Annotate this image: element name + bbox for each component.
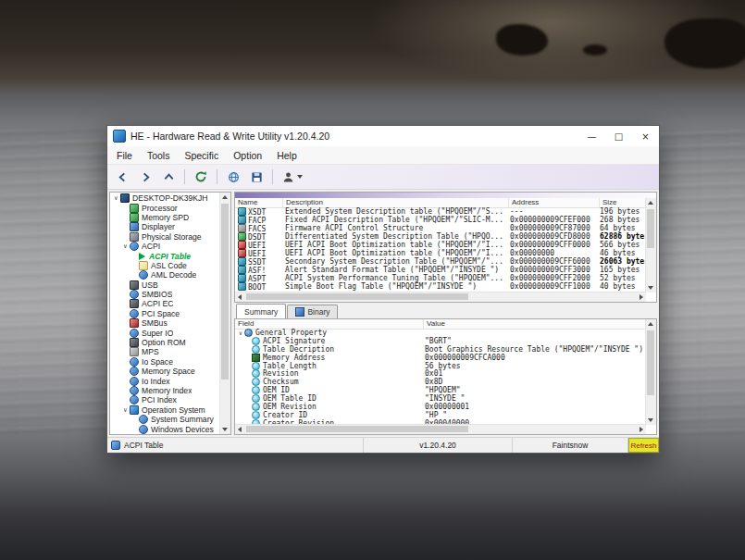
scrollbar-thumb[interactable] bbox=[647, 330, 654, 395]
column-header-field[interactable]: Field bbox=[235, 319, 424, 329]
user-menu-button[interactable] bbox=[278, 167, 307, 187]
menu-item[interactable]: Tools bbox=[140, 150, 178, 161]
tree-item[interactable]: Memory Index bbox=[110, 386, 220, 395]
tree-item[interactable]: PCI Index bbox=[110, 395, 220, 404]
tree-item[interactable]: ASL Code bbox=[110, 261, 220, 270]
detail-vertical-scrollbar[interactable] bbox=[645, 319, 656, 425]
refresh-button[interactable] bbox=[190, 167, 212, 187]
scrollbar-thumb[interactable] bbox=[647, 209, 654, 248]
detail-field-value: "BGRT" bbox=[422, 337, 646, 345]
menu-item[interactable]: Help bbox=[269, 150, 304, 161]
tree-item-icon bbox=[139, 415, 148, 424]
acpi-table-row[interactable]: ASF! Alert Standard Format Table ("HPQOE… bbox=[235, 266, 646, 274]
web-button[interactable] bbox=[222, 167, 244, 187]
scroll-down-icon[interactable] bbox=[648, 286, 653, 290]
tree-item[interactable]: Physical Storage bbox=[110, 232, 220, 242]
detail-row[interactable]: Revision 0x01 bbox=[235, 369, 646, 378]
minimize-button[interactable]: — bbox=[578, 126, 605, 146]
scroll-up-icon[interactable] bbox=[222, 195, 228, 199]
column-header-address[interactable]: Address bbox=[509, 198, 600, 207]
maximize-button[interactable]: □ bbox=[605, 126, 632, 146]
tree-item[interactable]: ∨ DESKTOP-DK39KJH bbox=[110, 193, 220, 203]
tree-item[interactable]: SMBus bbox=[110, 318, 220, 328]
detail-row[interactable]: OEM Table ID "INSYDE " bbox=[235, 394, 646, 403]
scrollbar-thumb[interactable] bbox=[221, 204, 229, 380]
tree-item-label: USB bbox=[142, 280, 158, 290]
detail-row[interactable]: Creator ID "HP " bbox=[235, 411, 646, 419]
detail-row[interactable]: ACPI Signature "BGRT" bbox=[235, 337, 646, 345]
menu-item[interactable]: File bbox=[109, 150, 140, 161]
rock-right bbox=[664, 19, 745, 68]
tree-item[interactable]: Io Space bbox=[110, 357, 220, 367]
detail-row[interactable]: OEM Revision 0x00000001 bbox=[235, 403, 646, 411]
tree-item[interactable]: AML Decode bbox=[110, 270, 220, 280]
up-button[interactable] bbox=[157, 167, 180, 187]
acpi-table-row[interactable]: SSDT Secondary System Description Table … bbox=[235, 257, 646, 266]
scroll-right-icon[interactable] bbox=[639, 294, 643, 300]
tree-item[interactable]: Option ROM bbox=[110, 338, 220, 347]
tab-summary[interactable]: Summary bbox=[236, 304, 286, 318]
tree-vertical-scrollbar[interactable] bbox=[219, 193, 230, 434]
acpi-table-vertical-scrollbar[interactable] bbox=[645, 198, 656, 292]
tab-binary[interactable]: Binary bbox=[287, 305, 338, 318]
scroll-down-icon[interactable] bbox=[222, 428, 228, 431]
tree-item[interactable]: Io Index bbox=[110, 376, 220, 385]
tree-item[interactable]: USB bbox=[110, 280, 220, 290]
detail-row[interactable]: Table Length 56 bytes bbox=[235, 362, 646, 370]
detail-row[interactable]: ∨ General Property bbox=[235, 329, 646, 337]
scroll-left-icon[interactable] bbox=[238, 427, 242, 432]
tree-item[interactable]: ACPI Table bbox=[110, 251, 220, 260]
tree-item[interactable]: ∨ Operation System bbox=[110, 405, 220, 415]
column-header-description[interactable]: Description bbox=[283, 198, 509, 207]
back-button[interactable] bbox=[111, 167, 133, 187]
scroll-up-icon[interactable] bbox=[648, 322, 653, 326]
tree-expander-icon[interactable]: ∨ bbox=[121, 406, 130, 414]
acpi-table-row[interactable]: FACP Fixed ACPI Description Table ("HPQO… bbox=[235, 216, 646, 224]
acpi-table-row[interactable]: ASPT ACPI System Performance Tuning Tabl… bbox=[235, 274, 646, 282]
acpi-table-row[interactable]: UEFI UEFI ACPI Boot Optimization table (… bbox=[235, 241, 646, 249]
tree-item[interactable]: Processor bbox=[110, 203, 220, 212]
column-header-size[interactable]: Size bbox=[600, 198, 646, 207]
tree-item[interactable]: Memory Space bbox=[110, 367, 220, 376]
titlebar[interactable]: HE - Hardware Read & Write Utility v1.20… bbox=[107, 126, 659, 146]
column-header-value[interactable]: Value bbox=[424, 319, 646, 329]
desktop-wallpaper: HE - Hardware Read & Write Utility v1.20… bbox=[0, 0, 745, 560]
column-header-name[interactable]: Name bbox=[235, 198, 283, 207]
detail-row[interactable]: Memory Address 0x000000009CFCA000 bbox=[235, 354, 646, 362]
tree-item[interactable]: Memory SPD bbox=[110, 213, 220, 222]
tree-expander-icon[interactable]: ∨ bbox=[121, 243, 130, 250]
scroll-left-icon[interactable] bbox=[238, 294, 242, 300]
tree-item[interactable]: System Summary bbox=[110, 415, 220, 424]
close-button[interactable]: × bbox=[632, 126, 659, 146]
acpi-table-row[interactable]: UEFI UEFI ACPI Boot Optimization table (… bbox=[235, 249, 646, 257]
acpi-table-row[interactable]: XSDT Extended System Description table (… bbox=[235, 207, 646, 216]
tree-item[interactable]: MPS bbox=[110, 347, 220, 356]
menu-item[interactable]: Specific bbox=[177, 150, 226, 161]
tree-item[interactable]: Displayer bbox=[110, 222, 220, 231]
detail-row[interactable]: Table Decription Boot Graphics Resource … bbox=[235, 345, 646, 354]
scrollbar-thumb[interactable] bbox=[246, 293, 468, 300]
save-button[interactable] bbox=[245, 167, 267, 187]
tree-item[interactable]: PCI Space bbox=[110, 309, 220, 318]
tree-item[interactable]: Windows Devices bbox=[110, 424, 220, 433]
scroll-up-icon[interactable] bbox=[648, 201, 653, 205]
detail-row[interactable]: Checksum 0x8D bbox=[235, 378, 646, 386]
detail-row[interactable]: OEM ID "HPQOEM" bbox=[235, 386, 646, 394]
scroll-right-icon[interactable] bbox=[639, 427, 643, 432]
acpi-table-horizontal-scrollbar[interactable] bbox=[235, 292, 646, 302]
forward-button[interactable] bbox=[134, 167, 156, 187]
status-refresh-button[interactable]: Refresh bbox=[628, 438, 659, 453]
acpi-table-row[interactable]: DSDT Differentiated System Description T… bbox=[235, 232, 646, 241]
detail-expander-icon[interactable]: ∨ bbox=[237, 330, 244, 336]
tree-item[interactable]: ACPI EC bbox=[110, 299, 220, 308]
acpi-table-row[interactable]: BOOT Simple Boot Flag Table ("HPQOEM"/"I… bbox=[235, 282, 646, 291]
tree-expander-icon[interactable]: ∨ bbox=[112, 194, 120, 202]
tree-item[interactable]: SMBIOS bbox=[110, 290, 220, 299]
scrollbar-thumb[interactable] bbox=[246, 426, 468, 432]
tree-item[interactable]: ∨ ACPI bbox=[110, 242, 220, 251]
acpi-table-row[interactable]: FACS Firmware ACPI Control Structure 0x0… bbox=[235, 224, 646, 232]
tree-item[interactable]: Super IO bbox=[110, 328, 220, 337]
menu-item[interactable]: Option bbox=[226, 150, 269, 161]
scroll-down-icon[interactable] bbox=[648, 418, 653, 422]
detail-horizontal-scrollbar[interactable] bbox=[235, 424, 646, 434]
